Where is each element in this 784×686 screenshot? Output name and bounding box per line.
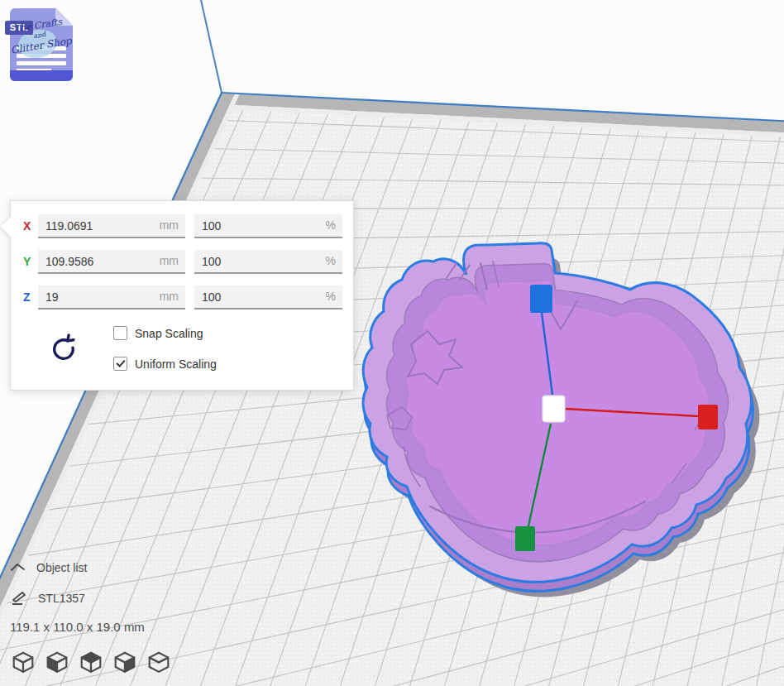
scale-y-percent-input[interactable] <box>194 250 342 272</box>
object-name-row[interactable]: STL1357 <box>12 591 85 605</box>
panel-arrow-tail <box>1 217 11 237</box>
stl-file-logo: STL The Crafts and Glitter Shop <box>5 7 71 83</box>
view-right-button[interactable] <box>147 650 170 674</box>
axis-y-label: Y <box>23 250 36 274</box>
object-name: STL1357 <box>38 592 85 605</box>
scale-z-percent-unit: % <box>326 285 336 308</box>
scale-handle-y[interactable] <box>515 526 535 551</box>
scale-x-size-unit: mm <box>160 214 179 237</box>
pencil-edit-icon <box>12 591 27 605</box>
axis-z-label: Z <box>23 285 36 309</box>
axis-x-label: X <box>23 214 36 238</box>
reset-scale-button[interactable] <box>49 333 79 363</box>
model-dimensions: 119.1 x 110.0 x 19.0 mm <box>10 620 145 634</box>
scale-y-percent-unit: % <box>326 250 336 272</box>
view-3d-button[interactable] <box>12 650 35 674</box>
doc-footer-band <box>10 70 73 81</box>
scale-y-size-field: mm <box>38 250 185 274</box>
application-window: { "file_icon": { "badge_label": "STL", "… <box>0 0 784 686</box>
scale-tool-panel: X mm % Y mm % Z mm % <box>10 200 354 391</box>
scale-y-percent-field: % <box>194 250 342 274</box>
cube-left-icon <box>113 650 136 674</box>
chevron-up-icon <box>11 563 26 573</box>
scale-y-size-unit: mm <box>160 250 179 272</box>
scale-row-y: Y mm % <box>11 250 353 274</box>
scale-x-percent-field: % <box>194 214 342 238</box>
view-top-button[interactable] <box>79 650 103 674</box>
camera-view-toolbar <box>12 650 170 674</box>
cube-top-icon <box>79 650 103 674</box>
scale-row-z: Z mm % <box>11 285 353 309</box>
view-front-button[interactable] <box>45 650 69 674</box>
scale-handle-center[interactable] <box>543 396 565 422</box>
snap-scaling-checkbox[interactable] <box>113 326 127 340</box>
scale-z-size-field: mm <box>38 285 185 309</box>
scale-handle-x[interactable] <box>698 405 718 429</box>
cube-right-icon <box>147 650 170 674</box>
scale-z-size-unit: mm <box>160 285 179 308</box>
object-list-label: Object list <box>36 561 87 574</box>
uniform-scaling-label: Uniform Scaling <box>135 357 217 371</box>
reset-arrow-icon <box>49 333 79 363</box>
cube-front-icon <box>45 650 69 674</box>
scale-row-x: X mm % <box>11 214 353 238</box>
scale-z-percent-input[interactable] <box>194 285 342 308</box>
uniform-scaling-checkbox[interactable] <box>113 357 127 371</box>
scale-x-percent-unit: % <box>326 214 336 237</box>
scale-handle-z[interactable] <box>530 285 552 313</box>
snap-scaling-label: Snap Scaling <box>135 327 203 340</box>
scale-z-percent-field: % <box>194 285 342 309</box>
doc-text-line <box>17 61 66 65</box>
cube-3d-icon <box>12 650 35 674</box>
scale-x-percent-input[interactable] <box>194 214 342 237</box>
view-left-button[interactable] <box>113 650 136 674</box>
scale-x-size-field: mm <box>38 214 185 238</box>
object-list-toggle[interactable]: Object list <box>11 561 87 574</box>
